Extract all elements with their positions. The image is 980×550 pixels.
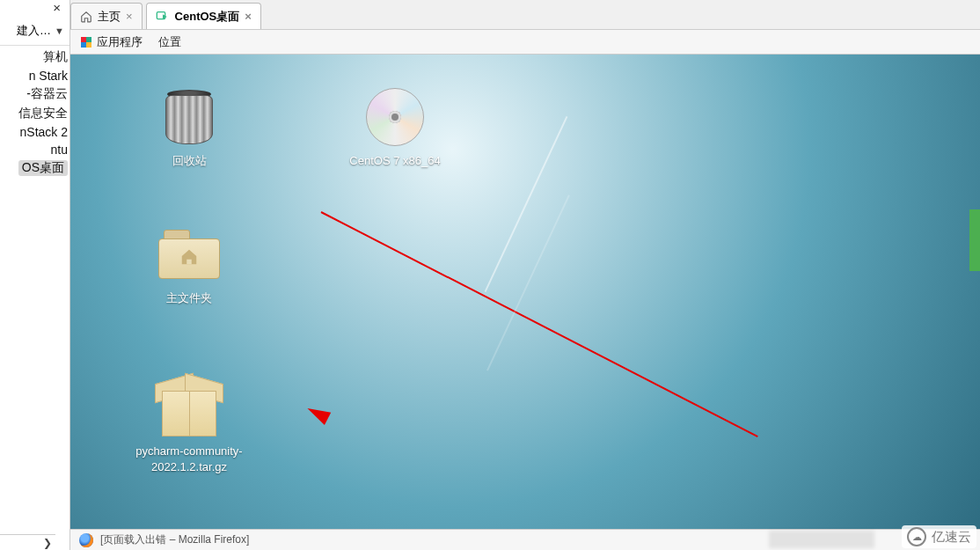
- home-label: 主文件夹: [123, 290, 255, 306]
- home-icon: [80, 11, 92, 23]
- chevron-right-icon[interactable]: ❯: [43, 537, 55, 549]
- archive-icon: [158, 377, 220, 438]
- watermark-text: 亿速云: [932, 529, 971, 546]
- desktop-icon-disc[interactable]: CentOS 7 x86_64: [329, 86, 461, 169]
- sidebar-search-row[interactable]: 建入… ▼: [0, 16, 69, 46]
- tree-item[interactable]: n Stark: [29, 69, 68, 83]
- right-side-tab[interactable]: [969, 209, 980, 271]
- tree-item[interactable]: 信息安全: [18, 106, 68, 121]
- tree-item[interactable]: ntu: [51, 143, 68, 157]
- cd-icon: [364, 86, 426, 148]
- watermark: ☁ 亿速云: [902, 525, 976, 548]
- trash-label: 回收站: [123, 153, 255, 169]
- menu-applications[interactable]: 应用程序: [81, 34, 143, 50]
- desktop-icon-home[interactable]: 主文件夹: [123, 224, 255, 306]
- close-icon[interactable]: ×: [245, 10, 252, 23]
- search-label: 建入…: [17, 23, 51, 39]
- annotation-arrow: [321, 211, 758, 437]
- desktop-icon-trash[interactable]: 回收站: [123, 86, 255, 169]
- tree-item-selected[interactable]: OS桌面: [18, 160, 68, 176]
- tree-item[interactable]: nStack 2: [20, 125, 68, 139]
- cloud-icon: ☁: [907, 527, 926, 546]
- menu-places[interactable]: 位置: [158, 34, 181, 50]
- task-indicators: [769, 531, 874, 548]
- tab-centos-label: CentOS桌面: [175, 9, 240, 25]
- tab-home[interactable]: 主页 ×: [70, 3, 143, 29]
- tree-item[interactable]: 算机: [43, 49, 68, 65]
- firefox-icon[interactable]: [79, 533, 93, 547]
- sidebar-hscroll[interactable]: ❯: [0, 534, 55, 550]
- archive-label: pycharm-community-2022.1.2.tar.gz: [123, 444, 255, 474]
- vm-library-sidebar: × 建入… ▼ 算机 n Stark -容器云 信息安全 nStack 2 nt…: [0, 0, 70, 550]
- tree-item[interactable]: -容器云: [26, 86, 68, 102]
- sidebar-close-row: ×: [0, 0, 69, 16]
- vm-play-icon: [156, 10, 170, 24]
- menu-places-label: 位置: [158, 35, 181, 48]
- close-icon[interactable]: ×: [126, 10, 133, 23]
- desktop-icon-archive[interactable]: pycharm-community-2022.1.2.tar.gz: [123, 377, 255, 474]
- tab-centos[interactable]: CentOS桌面 ×: [146, 3, 261, 29]
- folder-home-icon: [158, 224, 220, 285]
- menu-applications-label: 应用程序: [97, 34, 143, 50]
- tab-home-label: 主页: [98, 9, 121, 25]
- disc-label: CentOS 7 x86_64: [329, 153, 461, 169]
- guest-desktop[interactable]: 回收站 CentOS 7 x86_64 主文件夹 pycharm-communi…: [70, 55, 980, 529]
- gnome-bottom-panel: [页面载入出错 – Mozilla Firefox]: [70, 529, 980, 550]
- gnome-top-panel: 应用程序 位置: [70, 30, 980, 55]
- vm-tree: 算机 n Stark -容器云 信息安全 nStack 2 ntu OS桌面: [0, 46, 69, 550]
- applications-icon: [81, 37, 91, 48]
- trash-icon: [158, 86, 220, 148]
- firefox-window-title[interactable]: [页面载入出错 – Mozilla Firefox]: [100, 532, 249, 547]
- close-icon[interactable]: ×: [53, 0, 61, 16]
- annotation-arrow-head: [304, 402, 331, 425]
- host-tab-strip: 主页 × CentOS桌面 ×: [70, 0, 980, 30]
- chevron-down-icon[interactable]: ▼: [55, 26, 64, 36]
